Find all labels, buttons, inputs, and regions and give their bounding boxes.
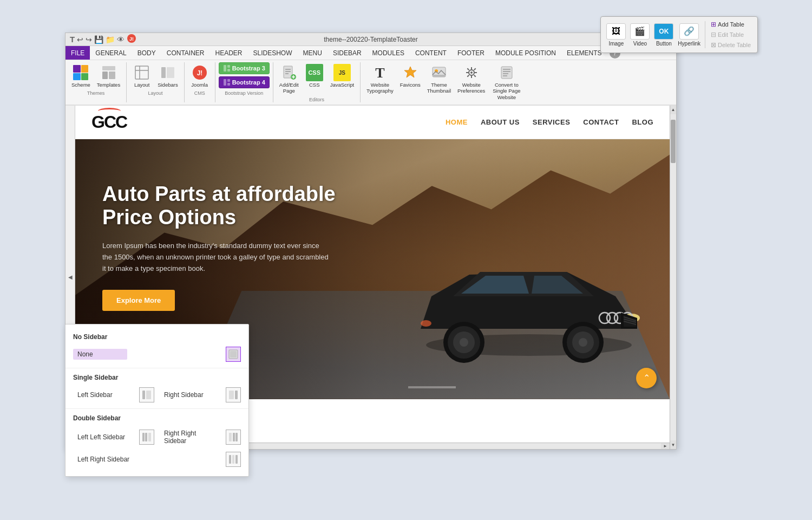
explore-more-button[interactable]: Explore More [102,290,175,311]
nav-about[interactable]: ABOUT US [481,118,520,126]
nav-contact[interactable]: CONTACT [583,118,619,126]
none-layout-icon [226,347,241,362]
convert-single-icon [498,64,515,81]
nav-blog[interactable]: BLOG [632,118,653,126]
convert-single-button[interactable]: Convert to Single Page Website [489,62,524,102]
ribbon-group-themes: Scheme Templates Themes [69,62,123,96]
ribbon-divider-2 [184,62,185,102]
menu-container[interactable]: CONTAINER [161,46,210,60]
nav-home[interactable]: HOME [446,118,468,126]
sidebar-option-none[interactable]: None [73,349,220,360]
add-table-button[interactable]: ⊞ Add Table [710,20,752,29]
ribbon-layout-items: Layout Sidebars [130,62,181,89]
delete-table-button[interactable]: ⊠ Delete Table [710,41,752,49]
button-icon: OK [654,23,673,40]
sidebar-option-left-left[interactable]: Left Left Sidebar [73,432,134,443]
favicons-button[interactable]: Favicons [397,62,423,89]
joomla-icon: J! [191,64,208,81]
convert-single-label: Convert to Single Page Website [492,82,521,100]
hero-subtitle: Lorem Ipsum has been the industry's stan… [102,240,330,274]
ribbon-group-bootstrap: Bootstrap 3 Bootstrap 4 Bootstrap Versio… [219,62,270,96]
sidebar-option-right[interactable]: Right Sidebar [160,389,220,400]
left-sidebar-icon [139,387,154,402]
sidebar-row-double-2: Left Right Sidebar [66,449,248,470]
add-edit-page-button[interactable]: Add/EditPage [277,62,302,96]
menu-slideshow[interactable]: SLIDESHOW [248,46,298,60]
sidebar-option-left-right[interactable]: Left Right Sidebar [73,454,220,465]
sidebar-panel: No Sidebar None Single Sidebar Left Side… [65,324,249,477]
folder-icon[interactable]: 📁 [106,35,115,44]
favicons-label: Favicons [400,82,421,88]
ribbon-group-layout: Layout Sidebars Layout [130,62,181,96]
themes-group-label: Themes [87,90,105,96]
scroll-thumb[interactable] [671,120,676,163]
website-typography-button[interactable]: T WebsiteTypography [364,62,396,96]
menu-sidebar[interactable]: SIDEBAR [328,46,367,60]
add-edit-page-label: Add/EditPage [279,82,299,94]
bootstrap4-label: Bootstrap 4 [232,79,265,86]
svg-rect-9 [167,67,174,78]
bootstrap3-button[interactable]: Bootstrap 3 [219,62,270,74]
scheme-button[interactable]: Scheme [69,62,93,89]
ribbon-tools-items: T WebsiteTypography Favicons [364,62,524,102]
menu-body[interactable]: BODY [132,46,161,60]
website-typography-label: WebsiteTypography [366,82,394,94]
hero-car [399,242,659,367]
edit-table-button[interactable]: ⊟ Edit Table [710,30,752,39]
site-logo: GCC [91,112,127,132]
eye-icon[interactable]: 👁 [117,35,125,44]
redo-icon[interactable]: ↪ [86,35,92,44]
right-sidebar-label: Right Sidebar [160,389,214,400]
site-header: GCC HOME ABOUT US SERVICES CONTACT BLOG [75,106,670,139]
menu-content[interactable]: CONTENT [410,46,452,60]
menu-menu[interactable]: MENU [298,46,328,60]
menu-general[interactable]: GENERAL [90,46,132,60]
layout-button[interactable]: Layout [130,62,154,89]
menu-file[interactable]: FILE [66,46,90,60]
scroll-right-button[interactable]: ► [661,443,670,449]
scheme-label: Scheme [71,82,90,88]
title-icon-t: T [70,35,75,44]
theme-thumbnail-button[interactable]: ThemeThumbnail [424,62,454,96]
editors-group-label: Editors [309,97,324,102]
joomla-button[interactable]: J! Joomla [188,62,212,89]
hyperlink-tool[interactable]: 🔗 Hyperlink [678,23,700,47]
svg-marker-26 [404,67,416,77]
right-sidebar-icon [226,387,241,402]
video-tool[interactable]: 🎬 Video [630,23,650,47]
menu-header[interactable]: HEADER [210,46,248,60]
right-right-icon [226,430,241,445]
ribbon-group-cms: J! Joomla CMS [188,62,212,96]
sidebars-button[interactable]: Sidebars [155,62,181,89]
scroll-down-button[interactable]: ▼ [670,440,676,449]
ribbon-divider-5 [360,62,361,102]
bootstrap4-button[interactable]: Bootstrap 4 [219,76,270,88]
css-icon: CSS [306,64,323,81]
sidebar-option-right-right[interactable]: Right Right Sidebar [160,428,220,446]
undo-icon[interactable]: ↩ [77,35,83,44]
css-button[interactable]: CSS CSS [303,62,326,89]
sidebar-option-left[interactable]: Left Sidebar [73,389,134,400]
svg-rect-56 [230,351,237,358]
image-tool[interactable]: 🖼 Image [606,23,626,47]
svg-rect-59 [229,391,234,399]
scroll-up-button[interactable]: ▲ [670,106,676,114]
sidebars-icon [159,64,176,81]
templates-button[interactable]: Templates [94,62,123,89]
button-tool[interactable]: OK Button [654,23,673,47]
menu-module-position[interactable]: MODULE POSITION [490,46,561,60]
scroll-top-button[interactable]: ⌃ [636,368,657,388]
title-bar: T ↩ ↪ 💾 📁 👁 J! theme--200220-TemplateToa… [66,33,676,46]
templates-icon [100,64,117,81]
sidebar-row-double-1: Left Left Sidebar Right Right Sidebar [66,425,248,449]
website-preferences-button[interactable]: WebsitePreferences [455,62,488,96]
layout-label: Layout [134,82,150,88]
website-preferences-icon [463,64,480,81]
save-icon[interactable]: 💾 [94,35,103,44]
menu-footer[interactable]: FOOTER [452,46,490,60]
javascript-button[interactable]: JS JavaScript [328,62,357,89]
nav-services[interactable]: SERVICES [533,118,571,126]
left-right-icon [226,452,241,467]
menu-modules[interactable]: MODULES [367,46,410,60]
svg-rect-64 [229,433,232,441]
